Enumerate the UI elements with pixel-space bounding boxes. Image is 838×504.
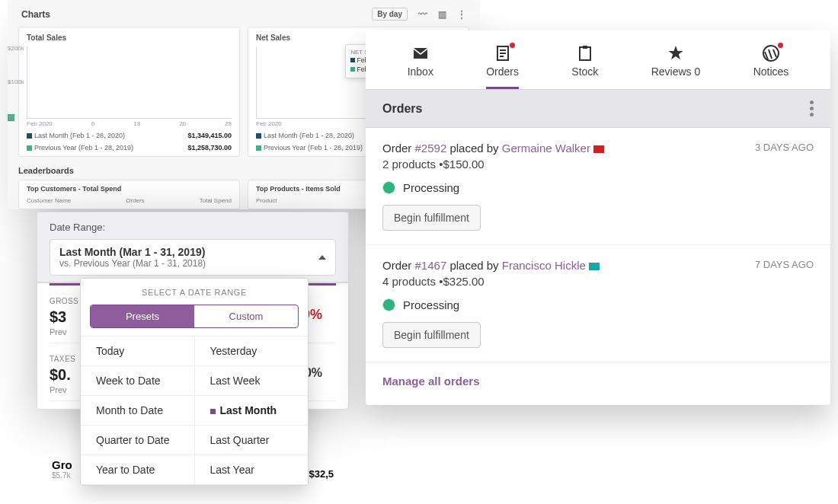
order-summary: 4 products •$325.00 [382, 275, 814, 288]
wordpress-icon [762, 44, 780, 62]
star-icon [667, 44, 685, 62]
charts-title: Charts [21, 9, 50, 20]
order-title: Order #1467 placed by Francisco Hickle [382, 259, 600, 272]
preset-option[interactable]: Month to Date [81, 396, 194, 426]
leaderboard-customers: Top Customers - Total Spend Customer Nam… [18, 180, 240, 209]
date-range-popup: SELECT A DATE RANGE Presets Custom Today… [80, 278, 309, 486]
chart-title: Total Sales [27, 33, 232, 42]
tab-stock[interactable]: Stock [571, 44, 598, 89]
preset-option[interactable]: Last Month [194, 396, 309, 426]
seg-custom[interactable]: Custom [194, 305, 298, 327]
status-dot-icon [382, 298, 395, 311]
granularity-select[interactable]: By day [372, 8, 408, 21]
preset-option[interactable]: Last Quarter [194, 426, 309, 455]
customer-link[interactable]: Germaine Walker [502, 142, 590, 155]
order-item: Order #2592 placed by Germaine Walker 3 … [366, 128, 830, 245]
flag-icon [589, 263, 600, 270]
date-range-select[interactable]: Last Month (Mar 1 - 31, 2019) vs. Previo… [50, 239, 336, 276]
preset-option[interactable]: Quarter to Date [81, 426, 194, 455]
caret-up-icon [318, 255, 326, 260]
order-status: Processing [382, 181, 814, 194]
order-number-link[interactable]: #2592 [415, 142, 447, 155]
preset-option[interactable]: Last Week [194, 366, 309, 396]
order-status: Processing [382, 298, 814, 311]
line-chart-icon[interactable]: 〰 [418, 9, 427, 20]
status-dot-icon [382, 181, 395, 194]
orders-icon [494, 44, 512, 62]
order-title: Order #2592 placed by Germaine Walker [382, 142, 604, 155]
preset-option[interactable]: Today [81, 337, 194, 366]
manage-orders-link[interactable]: Manage all orders [382, 375, 480, 388]
order-age: 3 DAYS AGO [755, 142, 814, 153]
clipboard-icon [576, 44, 594, 62]
preset-custom-toggle[interactable]: Presets Custom [90, 305, 299, 328]
tab-inbox[interactable]: Inbox [408, 44, 433, 89]
svg-rect-4 [580, 47, 590, 60]
tab-reviews[interactable]: Reviews 0 [651, 44, 701, 89]
date-range-label: Date Range: [50, 222, 336, 233]
order-item: Order #1467 placed by Francisco Hickle 7… [366, 245, 830, 362]
activity-tabs: Inbox Orders Stock Reviews 0 Notices [366, 30, 830, 89]
flag-icon [593, 145, 604, 153]
total-sales-chart: Total Sales $200k $100k $0 Feb 2020 6 13… [18, 27, 240, 157]
preset-option[interactable]: Week to Date [81, 366, 194, 396]
begin-fulfillment-button[interactable]: Begin fulfillment [382, 205, 481, 231]
popup-title: SELECT A DATE RANGE [81, 279, 308, 305]
svg-rect-5 [583, 46, 587, 49]
preset-option[interactable]: Yesterday [194, 337, 309, 366]
customer-link[interactable]: Francisco Hickle [502, 259, 586, 272]
begin-fulfillment-button[interactable]: Begin fulfillment [382, 322, 481, 348]
order-summary: 2 products •$150.00 [382, 158, 814, 171]
kebab-icon[interactable] [810, 100, 814, 116]
orders-panel: Inbox Orders Stock Reviews 0 Notices Ord… [366, 30, 830, 405]
seg-presets[interactable]: Presets [91, 305, 194, 327]
tab-orders[interactable]: Orders [486, 44, 519, 89]
metric-gross-row: Gro $5.7k $32,5 [37, 458, 349, 480]
mail-icon [411, 44, 430, 62]
order-age: 7 DAYS AGO [755, 259, 814, 270]
bar-chart-icon[interactable]: ▥ [438, 9, 446, 20]
kebab-icon[interactable]: ⋮ [457, 9, 466, 20]
tab-notices[interactable]: Notices [753, 44, 789, 89]
order-number-link[interactable]: #1467 [415, 259, 447, 272]
orders-title: Orders [382, 102, 422, 116]
